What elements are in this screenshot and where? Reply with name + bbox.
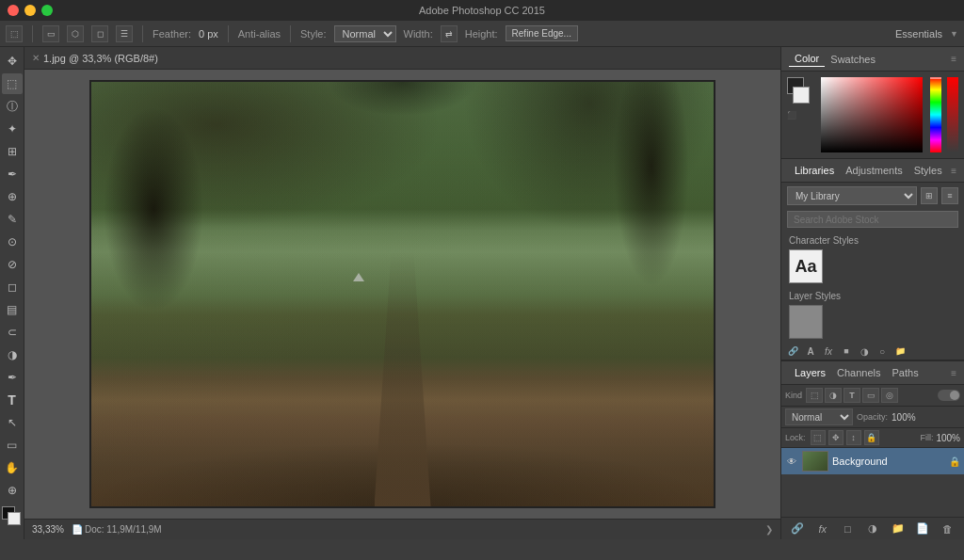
layer-styles-section: Layer Styles (781, 287, 964, 343)
delete-layer-btn[interactable]: 🗑 (939, 520, 957, 538)
opacity-value[interactable]: 100% (892, 412, 916, 423)
link-layers-btn[interactable]: 🔗 (788, 520, 807, 538)
new-layer-btn[interactable]: 📄 (913, 520, 932, 538)
pen-tool[interactable]: ✒ (2, 367, 23, 388)
tool-icon-4[interactable]: ☰ (116, 25, 133, 42)
swatches-tab[interactable]: Swatches (825, 52, 881, 67)
layer-style-preview[interactable] (789, 305, 823, 339)
filter-switch[interactable] (938, 390, 960, 401)
lock-artboards-btn[interactable]: ↕ (846, 430, 861, 445)
move-tool[interactable]: ✥ (2, 51, 23, 72)
shape-icon[interactable]: ⬡ (67, 25, 84, 42)
adjustments-tab[interactable]: Adjustments (840, 163, 908, 178)
selection-tool-icon[interactable]: ⬚ (6, 25, 23, 42)
refine-edge-button[interactable]: Refine Edge... (506, 25, 578, 41)
link-layers-icon[interactable]: 🔗 (785, 344, 800, 358)
char-style-preview[interactable]: Aa (789, 249, 823, 283)
reset-colors-icon[interactable]: ⬛ (787, 111, 796, 120)
shape-tool[interactable]: ▭ (2, 435, 23, 456)
lock-position-btn[interactable]: ✥ (828, 430, 844, 445)
close-button[interactable] (8, 5, 19, 16)
path-select-tool[interactable]: ↖ (2, 412, 23, 433)
blend-mode-select[interactable]: Normal (785, 408, 853, 425)
fill-icon[interactable]: ■ (839, 344, 854, 358)
color-tab[interactable]: Color (789, 51, 825, 67)
alpha-slider[interactable] (947, 77, 958, 152)
eyedropper-tool[interactable]: ✒ (2, 164, 23, 184)
color-mode-icons: ⬛ (787, 111, 815, 120)
scroll-arrow[interactable]: ❯ (765, 524, 773, 535)
folder-icon[interactable]: 📁 (892, 344, 908, 358)
workspace-label: Essentials (895, 28, 942, 40)
libraries-menu[interactable]: ≡ (951, 166, 956, 176)
layers-menu-button[interactable]: ≡ (951, 368, 956, 378)
dodge-tool[interactable]: ◑ (2, 344, 23, 365)
gradient-tool[interactable]: ▤ (2, 299, 23, 320)
character-styles-section: Character Styles Aa (781, 232, 964, 287)
canvas-scroll-area[interactable] (24, 70, 780, 519)
layer-visibility-toggle[interactable]: 👁 (785, 455, 798, 468)
hue-slider[interactable] (930, 77, 941, 152)
status-doc-info[interactable]: 📄 Doc: 11,9M/11,9M (72, 524, 162, 535)
background-color[interactable] (793, 87, 810, 104)
filter-shape-btn[interactable]: ▭ (862, 388, 879, 403)
library-grid-view[interactable]: ⊞ (921, 187, 938, 204)
channels-tab[interactable]: Channels (831, 365, 886, 380)
maximize-button[interactable] (41, 5, 53, 16)
eraser-tool[interactable]: ◻ (2, 277, 23, 297)
tab-close-button[interactable]: ✕ (32, 53, 40, 63)
filter-toggle[interactable] (938, 390, 960, 401)
paths-tab[interactable]: Paths (887, 365, 924, 380)
tab-bar: ✕ 1.jpg @ 33,3% (RGB/8#) (24, 47, 780, 70)
clone-tool[interactable]: ⊙ (2, 232, 23, 252)
minimize-button[interactable] (24, 5, 36, 16)
history-tool[interactable]: ⊘ (2, 254, 23, 275)
zoom-tool[interactable]: ⊕ (2, 480, 23, 501)
add-adjustment-btn[interactable]: ◑ (863, 520, 882, 538)
library-search-input[interactable] (787, 211, 958, 228)
spectrum-field[interactable] (821, 77, 923, 152)
adjustment-icon[interactable]: ◑ (857, 344, 872, 358)
layer-effects-btn[interactable]: fx (813, 520, 832, 538)
hand-tool[interactable]: ✋ (2, 457, 23, 478)
title-bar: Adobe Photoshop CC 2015 (0, 0, 964, 21)
library-list-view[interactable]: ≡ (941, 187, 958, 204)
marquee-tool[interactable]: ⬚ (2, 73, 23, 94)
fx-icon[interactable]: fx (821, 344, 836, 358)
color-swatches (787, 77, 815, 105)
text-tool-icon[interactable]: A (803, 344, 818, 358)
fill-value[interactable]: 100% (936, 433, 960, 443)
filter-adjustment-btn[interactable]: ◑ (825, 388, 842, 403)
crop-tool[interactable]: ⊞ (2, 141, 23, 162)
type-tool[interactable]: T (2, 390, 23, 410)
filter-type-btn[interactable]: T (844, 388, 860, 403)
lock-pixels-btn[interactable]: ⬚ (811, 430, 826, 445)
lock-all-btn[interactable]: 🔒 (864, 430, 879, 445)
layers-tab[interactable]: Layers (789, 365, 831, 380)
fg-bg-tool[interactable] (2, 506, 23, 527)
brush-tool[interactable]: ✎ (2, 209, 23, 230)
marquee-icon[interactable]: ◻ (91, 25, 108, 42)
heal-tool[interactable]: ⊕ (2, 186, 23, 207)
filter-pixel-btn[interactable]: ⬚ (806, 388, 823, 403)
add-mask-btn[interactable]: □ (838, 520, 857, 538)
style-select[interactable]: Normal (334, 25, 396, 42)
blur-tool[interactable]: ⊂ (2, 322, 23, 343)
filter-smart-btn[interactable]: ◎ (881, 388, 898, 403)
new-group-btn[interactable]: 📁 (889, 520, 908, 538)
color-panel: Color Swatches ≡ ⬛ (781, 47, 964, 159)
libraries-tab[interactable]: Libraries (789, 163, 840, 178)
wand-tool[interactable]: ✦ (2, 119, 23, 139)
document-tab[interactable]: 1.jpg @ 33,3% (RGB/8#) (43, 53, 158, 64)
layer-background-row[interactable]: 👁 Background 🔒 (781, 448, 964, 474)
styles-tab[interactable]: Styles (908, 163, 948, 178)
lasso-tool[interactable]: ⓛ (2, 96, 23, 117)
library-select[interactable]: My Library (787, 186, 917, 205)
mask-icon[interactable]: ○ (875, 344, 890, 358)
swap-icon[interactable]: ⇄ (441, 25, 458, 42)
color-panel-menu[interactable]: ≡ (951, 54, 956, 64)
rect-icon[interactable]: ▭ (42, 25, 59, 42)
workspace-dropdown-icon[interactable]: ▼ (950, 29, 958, 39)
lock-label: Lock: (785, 433, 806, 442)
layer-thumbnail (802, 451, 828, 472)
